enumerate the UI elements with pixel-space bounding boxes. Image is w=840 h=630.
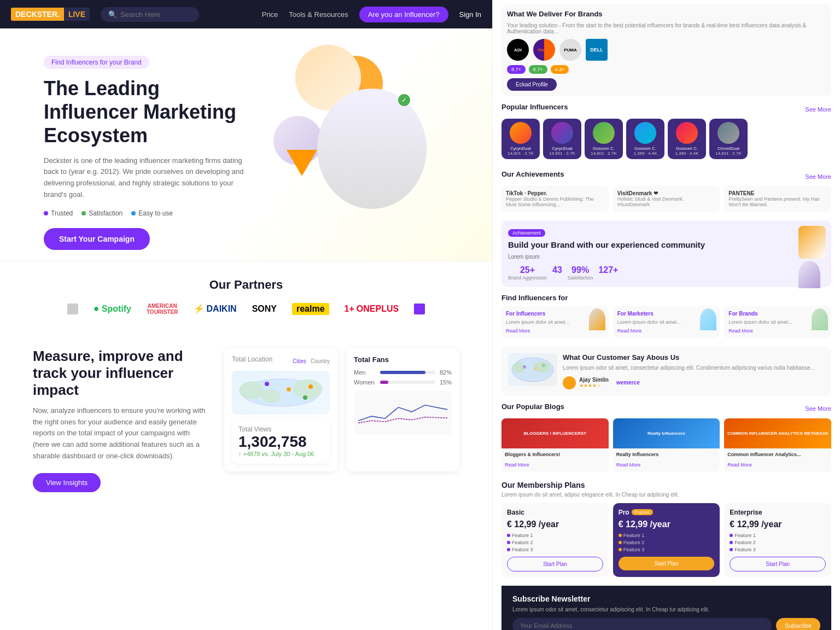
build-stat-2: 43 (552, 265, 562, 281)
measure-description: Now, analyze influencers to ensure you'r… (33, 405, 208, 462)
inf-avatar-4 (634, 122, 656, 144)
inf-avatar-5 (676, 122, 698, 144)
influencer-card-1[interactable]: CyrynDual 14,601 · 2.7K (501, 119, 540, 159)
influencer-card-2[interactable]: CyrynDual 14,601 · 2.7K (543, 119, 581, 159)
search-icon: 🔍 (108, 10, 117, 19)
subscribe-button[interactable]: Subscribe (776, 618, 820, 630)
partner-prev-arrow[interactable] (67, 304, 78, 314)
build-stat-num-4: 127+ (598, 265, 618, 275)
ach-desc-1: Pepper Studio & Dennis Publishing: The M… (506, 196, 604, 207)
blog-read-3[interactable]: Read More (727, 462, 752, 468)
country-label[interactable]: Country (311, 358, 330, 364)
svg-point-9 (542, 364, 545, 367)
svg-point-8 (534, 367, 537, 370)
inf-avatar-6 (718, 122, 739, 144)
plan-ent-f1: Feature 1 (730, 533, 826, 538)
build-stat-3: 99% Satisfaction (568, 265, 593, 281)
blog-read-2[interactable]: Read More (616, 462, 641, 468)
partner-next-arrow[interactable] (414, 304, 425, 314)
achievement-card-1[interactable]: TikTok · Pepper. Pepper Studio & Dennis … (501, 186, 609, 212)
world-map-visual (508, 353, 557, 386)
side-column: What We Deliver For Brands Your leading … (492, 0, 840, 630)
fans-chart-card: Total Fans Men 82% Women 15% (346, 348, 459, 471)
svg-point-3 (261, 389, 281, 402)
plan-pro-f3: Feature 3 (619, 547, 715, 552)
plan-ent-price: € 12,99 /year (730, 520, 826, 529)
influencer-card-5[interactable]: Gossom C. 1,389 · 4.4K (668, 119, 706, 159)
adidas-logo: ADI (507, 39, 529, 61)
see-more-achievements[interactable]: See More (805, 173, 831, 180)
build-person-img-2 (798, 261, 820, 288)
achievements-section: Our Achievements See More TikTok · Peppe… (501, 170, 831, 212)
see-more-influencers[interactable]: See More (805, 106, 831, 113)
signin-button[interactable]: Sign In (459, 10, 481, 19)
reviewer-stars: ★★★★☆ (579, 383, 609, 388)
badge-easy: Easy to use (131, 209, 173, 217)
plan-basic-f2: Feature 2 (507, 540, 603, 545)
inf-name-5: Gossom C. (671, 146, 703, 151)
brand-logo[interactable]: DECKSTER. LIVE (11, 8, 90, 21)
influencer-button[interactable]: Are you an Influencer? (359, 7, 448, 22)
hero-description: Deckster is one of the leading influence… (44, 155, 252, 201)
nav-links: Price Tools & Resources Are you an Influ… (262, 7, 481, 22)
cities-label[interactable]: Cities (293, 358, 306, 364)
popular-influencers-section: Popular Influencers See More CyrynDual 1… (501, 103, 831, 161)
check-badge: ✓ (398, 94, 410, 106)
influencer-card-3[interactable]: Gossom C. 14,601 · 2.7K (585, 119, 623, 159)
total-views-card: Total Views 1,302,758 ↑ +4879 vs. July 3… (232, 419, 330, 464)
build-stat-num-3: 99% (568, 265, 593, 275)
see-more-blogs[interactable]: See More (805, 405, 831, 412)
find-card-influencers: For Influencers Lorem ipsum dolor sit am… (501, 306, 609, 338)
influencer-card-4[interactable]: Gossom C. 1,389 · 4.4K (626, 119, 664, 159)
total-views-label: Total Views (238, 425, 323, 433)
achievement-card-2[interactable]: VisitDenmark ❤ Holistic Studi & Visit De… (613, 186, 720, 212)
blog-read-1[interactable]: Read More (505, 462, 529, 468)
achievement-card-3[interactable]: PANTENE PrettySeen and Pantene present: … (724, 186, 831, 212)
build-stats: 25+ Brand Aggression 43 99% Satisfaction… (508, 265, 825, 281)
partners-section: Our Partners ● Spotify AMERICANTOURISTER… (0, 261, 492, 331)
badge-dot-satisfaction (81, 211, 86, 215)
plan-basic-btn[interactable]: Start Plan (507, 557, 603, 571)
map-dot-2 (287, 387, 291, 392)
stat-chip-3: 4.3+ (551, 65, 569, 74)
subscribe-section: Subscribe Newsletter Lorem ipsum odor si… (501, 586, 831, 630)
ach-desc-3: PrettySeen and Pantene present: My Hair … (728, 196, 827, 207)
blogs-section: Our Popular Blogs See More BLOGGERS ! IN… (501, 402, 831, 472)
deliver-desc: Your leading solution - From the start t… (507, 22, 826, 34)
membership-title: Our Membership Plans (501, 481, 831, 489)
inf-stat-5: 1,389 · 4.4K (671, 151, 703, 156)
nav-tools[interactable]: Tools & Resources (289, 10, 348, 19)
blog-card-3[interactable]: COMMON INFLUENCER ANALYTICS METABASE Com… (724, 418, 831, 472)
search-box[interactable]: 🔍 (101, 7, 199, 22)
blog-cards: BLOGGERS ! INFLUENCERST Bloggers & Influ… (501, 418, 831, 472)
customer-title: What Our Customer Say Abous Us (563, 353, 825, 361)
line-chart (354, 391, 452, 435)
view-insights-button[interactable]: View Insights (33, 473, 101, 492)
search-input[interactable] (120, 10, 197, 19)
partners-title: Our Partners (33, 278, 459, 292)
svg-point-7 (523, 365, 526, 369)
ach-desc-2: Holistic Studi & Visit Denmark: #SustDen… (617, 196, 716, 207)
profile-button[interactable]: Eckad Profile (507, 78, 557, 91)
svg-point-1 (239, 381, 264, 399)
navbar: DECKSTER. LIVE 🔍 Price Tools & Resources… (0, 0, 492, 28)
women-bar-row: Women 15% (354, 379, 452, 386)
partner-spotify: ● Spotify (94, 303, 131, 314)
blogs-title: Our Popular Blogs (501, 402, 564, 411)
influencer-card-6[interactable]: ChroniDual 14,601 · 2.7K (709, 119, 748, 159)
blog-card-2[interactable]: Realty Influencers Realty Influencers Re… (613, 418, 720, 472)
inf-stat-3: 14,601 · 2.7K (588, 151, 620, 156)
plan-pro-btn[interactable]: Start Plan (619, 557, 715, 570)
subscribe-title: Subscribe Newsletter (512, 594, 820, 603)
find-person-1 (589, 308, 605, 330)
build-stat-num-2: 43 (552, 265, 562, 275)
plan-ent-btn[interactable]: Start Plan (730, 557, 826, 571)
puma-logo: PUMA (559, 39, 581, 61)
nav-price[interactable]: Price (262, 10, 278, 19)
subscribe-input[interactable] (512, 618, 772, 630)
brand-deck: DECKSTER. (11, 8, 64, 21)
dell-logo: DELL (586, 39, 608, 61)
blog-card-1[interactable]: BLOGGERS ! INFLUENCERST Bloggers & Influ… (501, 418, 609, 472)
start-campaign-button[interactable]: Start Your Campaign (44, 228, 150, 250)
customer-desc: Lorem ipsum odor sit amet, consectetur a… (563, 364, 825, 372)
